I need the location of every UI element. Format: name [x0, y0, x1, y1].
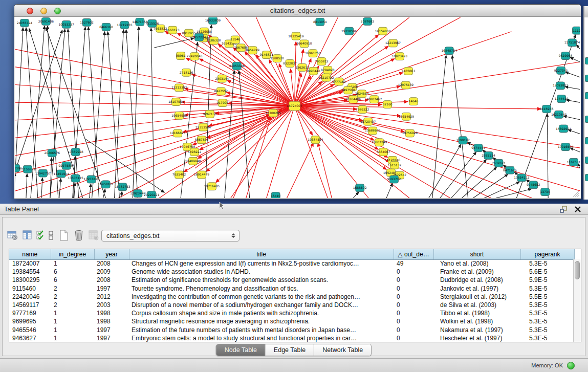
table-panel-header[interactable]: Table Panel [0, 204, 588, 215]
table-cell[interactable]: Changes of HCN gene expression and I(f) … [129, 259, 394, 268]
table-cell[interactable]: 1997 [94, 285, 129, 293]
tab-network-table[interactable]: Network Table [314, 344, 371, 356]
table-cell[interactable]: 18300295 [9, 276, 51, 284]
column-header-name[interactable]: name [9, 249, 51, 259]
table-row[interactable]: 969969511998Structural magnetic resonanc… [9, 317, 574, 325]
table-cell[interactable]: Disruption of a novel member of a sodium… [129, 301, 394, 309]
table-cell[interactable]: 9699695 [9, 317, 51, 325]
table-cell[interactable]: 2012 [94, 293, 129, 301]
table-cell[interactable]: 0 [394, 334, 433, 342]
close-icon[interactable] [574, 206, 582, 213]
table-selector-combo[interactable]: citations_edges.txt [101, 230, 239, 242]
table-cell[interactable]: 0 [394, 317, 433, 325]
table-cell[interactable]: Investigating the contribution of common… [129, 293, 394, 301]
table-vertical-scrollbar[interactable] [573, 259, 581, 342]
table-cell[interactable]: Estimation of the future numbers of pati… [129, 326, 394, 334]
rows-icon[interactable] [47, 229, 55, 242]
table-cell[interactable]: 9115460 [9, 285, 51, 293]
table-row[interactable]: 1938455462009Genome-wide association stu… [9, 268, 574, 276]
network-view-window[interactable]: citations_edges.txt 76638229660123891295… [14, 4, 581, 199]
column-header-year[interactable]: year [94, 249, 129, 259]
table-row[interactable]: 1872400712008Changes of HCN gene express… [9, 259, 574, 268]
tab-node-table[interactable]: Node Table [216, 344, 266, 356]
table-cell[interactable]: 18724007 [9, 259, 51, 268]
table-cell[interactable]: Dudbridge et al. (2008) [433, 276, 520, 284]
table-cell[interactable]: 1 [51, 309, 94, 317]
table-row[interactable]: 1830029562008Estimation of significance … [9, 276, 574, 284]
table-cell[interactable]: 1998 [94, 317, 129, 325]
table-cell[interactable]: 2003 [94, 301, 129, 309]
column-header-short[interactable]: short [433, 249, 520, 259]
table-settings-icon[interactable] [7, 229, 19, 242]
table-cell[interactable]: 2008 [94, 276, 129, 284]
table-cell[interactable]: 5.9E-5 [520, 276, 574, 284]
table-cell[interactable]: 14569117 [9, 301, 51, 309]
table-cell[interactable]: 0 [394, 268, 433, 276]
table-cell[interactable]: 5.3E-5 [520, 317, 574, 325]
table-cell[interactable]: 2008 [94, 259, 129, 268]
float-window-icon[interactable] [559, 206, 568, 213]
table-cell[interactable]: 5.3E-5 [520, 259, 574, 268]
table-cell[interactable]: 6 [51, 268, 94, 276]
minimize-window-icon[interactable] [40, 8, 47, 14]
table-cell[interactable]: 22420046 [9, 293, 51, 301]
close-window-icon[interactable] [27, 8, 33, 14]
show-columns-icon[interactable] [21, 229, 34, 242]
table-cell[interactable]: 0 [394, 301, 433, 309]
table-row[interactable]: 946554611997Estimation of the future num… [9, 326, 574, 334]
column-header-out_de[interactable]: △ out_de… [394, 249, 433, 259]
table-cell[interactable]: 2 [51, 293, 94, 301]
table-row[interactable]: 2242004622012Investigating the contribut… [9, 293, 574, 301]
table-cell[interactable]: Yano et al. (2008) [433, 259, 520, 268]
table-cell[interactable]: Genome-wide association studies in ADHD. [129, 268, 394, 276]
network-window-titlebar[interactable]: citations_edges.txt [14, 5, 581, 17]
table-cell[interactable]: 1 [51, 334, 94, 342]
table-cell[interactable]: 5.3E-5 [520, 334, 574, 342]
table-cell[interactable]: 1997 [94, 334, 129, 342]
table-cell[interactable]: 9463627 [9, 334, 51, 342]
table-cell[interactable]: Stergiakouli et al. (2012) [433, 293, 520, 301]
node-table-grid[interactable]: namein_degreeyeartitle△ out_de…shortpage… [9, 249, 581, 342]
table-cell[interactable]: Tourette syndrome. Phenomenology and cla… [129, 285, 394, 293]
table-cell[interactable]: 0 [394, 309, 433, 317]
table-cell[interactable]: Jankovic et al. (1997) [433, 285, 520, 293]
column-header-in_degree[interactable]: in_degree [51, 249, 94, 259]
network-canvas[interactable]: 7663822966012389129551522605898275088186… [15, 17, 580, 198]
table-cell[interactable]: 9465546 [9, 326, 51, 334]
table-cell[interactable]: 5.3E-5 [520, 326, 574, 334]
tab-edge-table[interactable]: Edge Table [266, 344, 314, 356]
table-cell[interactable]: 5.3E-5 [520, 301, 574, 309]
table-cell[interactable]: Structural magnetic resonance image aver… [129, 317, 394, 325]
table-cell[interactable]: Corpus callosum shape and size in male p… [129, 309, 394, 317]
table-cell[interactable]: 1997 [94, 326, 129, 334]
table-row[interactable]: 1456911722003Disruption of a novel membe… [9, 301, 574, 309]
table-cell[interactable]: 2009 [94, 268, 129, 276]
table-cell[interactable]: 0 [394, 326, 433, 334]
table-cell[interactable]: 5.5E-5 [520, 293, 574, 301]
table-cell[interactable]: de Silva et al. (2003) [433, 301, 520, 309]
table-cell[interactable]: Embryonic stem cells: a model to study s… [129, 334, 394, 342]
table-cell[interactable]: 0 [394, 276, 433, 284]
table-cell[interactable]: Tibbo et al. (1998) [433, 309, 520, 317]
table-cell[interactable]: Wolkin et al. (1998) [433, 317, 520, 325]
table-cell[interactable]: 1998 [94, 309, 129, 317]
delete-trash-icon[interactable] [73, 229, 85, 242]
table-row[interactable]: 977716911998Corpus callosum shape and si… [9, 309, 574, 317]
table-cell[interactable]: 0 [394, 285, 433, 293]
table-cell[interactable]: 2 [51, 285, 94, 293]
table-cell[interactable]: 49 [394, 259, 433, 268]
table-cell[interactable]: Nakamura et al. (1997) [433, 326, 520, 334]
scrollbar-thumb[interactable] [575, 261, 580, 279]
background-window-sliver[interactable] [583, 6, 588, 200]
table-cell[interactable]: 0 [394, 293, 433, 301]
new-file-icon[interactable] [58, 229, 70, 242]
column-header-pagerank[interactable]: pagerank [520, 249, 574, 259]
table-cell[interactable]: 9777169 [9, 309, 51, 317]
column-header-title[interactable]: title [129, 249, 394, 259]
table-cell[interactable]: Estimation of significance thresholds fo… [129, 276, 394, 284]
table-cell[interactable]: 1 [51, 259, 94, 268]
row-check-icon[interactable] [36, 229, 45, 242]
table-cell[interactable]: Franke et al. (2009) [433, 268, 520, 276]
table-cell[interactable]: 5.6E-5 [520, 268, 574, 276]
table-cell[interactable]: 19384554 [9, 268, 51, 276]
